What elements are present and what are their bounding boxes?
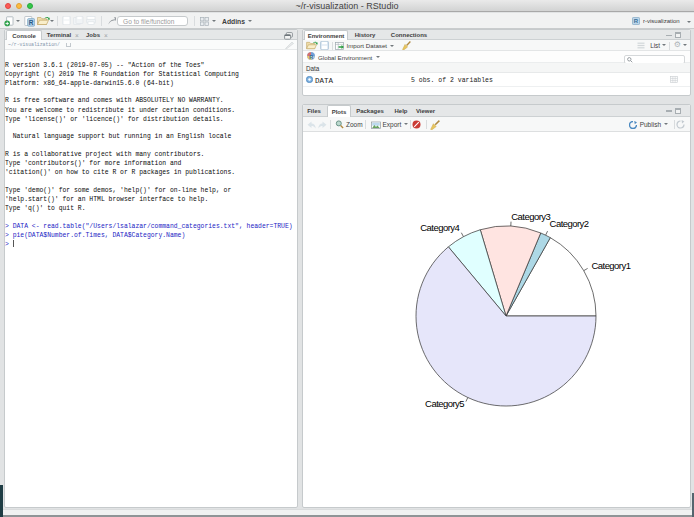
svg-text:Category1: Category1 xyxy=(592,260,631,271)
svg-text:Category5: Category5 xyxy=(425,398,464,409)
svg-text:R: R xyxy=(634,18,639,24)
svg-text:Category3: Category3 xyxy=(511,211,550,222)
svg-text:Category4: Category4 xyxy=(420,222,459,233)
svg-text:Category2: Category2 xyxy=(550,218,589,229)
svg-text:R: R xyxy=(29,18,34,25)
svg-text:R: R xyxy=(309,54,314,60)
